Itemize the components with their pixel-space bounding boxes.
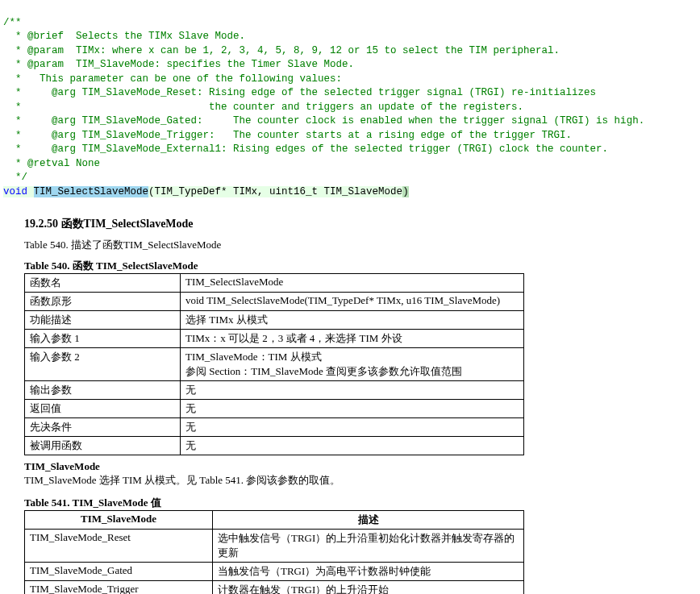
slave-mode-heading: TIM_SlaveMode [24, 460, 676, 473]
table-row: 功能描述选择 TIMx 从模式 [25, 311, 524, 330]
table-cell-key: 输出参数 [25, 381, 181, 400]
table540: 函数名TIM_SelectSlaveMode函数原形void TIM_Selec… [24, 273, 524, 455]
table-cell-value: TIMx：x 可以是 2，3 或者 4，来选择 TIM 外设 [181, 330, 524, 348]
table-row: 被调用函数无 [25, 437, 524, 455]
table-cell-value: 无 [181, 400, 524, 418]
table540-caption: Table 540. 函数 TIM_SelectSlaveMode [24, 259, 676, 273]
function-name: TIM_SelectSlaveMode [34, 186, 149, 197]
table-row: TIM_SlaveMode_Reset选中触发信号（TRGI）的上升沿重初始化计… [25, 530, 524, 563]
code-line: * @arg TIM_SlaveMode_Reset: Rising edge … [3, 87, 596, 98]
code-line: * @param TIM_SlaveMode: specifies the Ti… [3, 59, 354, 70]
code-line: * @retval None [3, 158, 100, 169]
table-cell-value: TIM_SelectSlaveMode [181, 274, 524, 293]
table-cell-key: 功能描述 [25, 311, 181, 330]
paren-close: ) [402, 186, 409, 197]
table-row: 输入参数 2TIM_SlaveMode：TIM 从模式 参阅 Section：T… [25, 348, 524, 381]
code-line: * @arg TIM_SlaveMode_Gated: The counter … [3, 115, 644, 127]
table-cell-value: 无 [181, 381, 524, 400]
table-cell-value: TIM_SlaveMode：TIM 从模式 参阅 Section：TIM_Sla… [181, 348, 524, 381]
code-line: * This parameter can be one of the follo… [3, 73, 342, 85]
table-cell-value: 无 [181, 437, 524, 455]
code-line: * the counter and triggers an update of … [3, 102, 523, 113]
table541-header-col2: 描述 [213, 511, 524, 530]
table-row: 函数原形void TIM_SelectSlaveMode(TIM_TypeDef… [25, 293, 524, 311]
table-cell-value: 当触发信号（TRGI）为高电平计数器时钟使能 [213, 563, 524, 581]
table-cell-value: 计数器在触发（TRGI）的上升沿开始 [213, 581, 524, 595]
table-row: 先决条件无 [25, 418, 524, 437]
table-cell-key: TIM_SlaveMode_Gated [25, 563, 213, 581]
code-line: /** [3, 17, 22, 28]
table-row: 函数名TIM_SelectSlaveMode [25, 274, 524, 293]
keyword-void: void [3, 186, 34, 197]
function-args: TIM_TypeDef* TIMx, uint16_t TIM_SlaveMod… [155, 186, 403, 197]
code-line: * @brief Selects the TIMx Slave Mode. [3, 31, 245, 42]
table-cell-key: 输入参数 1 [25, 330, 181, 348]
paren-open: ( [148, 186, 155, 197]
code-line: * @arg TIM_SlaveMode_External1: Rising e… [3, 143, 608, 155]
table-cell-key: 函数原形 [25, 293, 181, 311]
table-cell-value: void TIM_SelectSlaveMode(TIM_TypeDef* TI… [181, 293, 524, 311]
table-row: 输入参数 1TIMx：x 可以是 2，3 或者 4，来选择 TIM 外设 [25, 330, 524, 348]
table-row: 输出参数无 [25, 381, 524, 400]
table-cell-key: 被调用函数 [25, 437, 181, 455]
code-comment-block: /** * @brief Selects the TIMx Slave Mode… [0, 0, 700, 201]
table-cell-key: TIM_SlaveMode_Trigger [25, 581, 213, 595]
table-cell-key: 先决条件 [25, 418, 181, 437]
table-cell-key: 输入参数 2 [25, 348, 181, 381]
table-cell-value: 无 [181, 418, 524, 437]
code-line: * @arg TIM_SlaveMode_Trigger: The counte… [3, 130, 572, 141]
table-cell-value: 选中触发信号（TRGI）的上升沿重初始化计数器并触发寄存器的更新 [213, 530, 524, 563]
table541-header-col1: TIM_SlaveMode [25, 511, 213, 530]
table-row: 返回值无 [25, 400, 524, 418]
table541-caption: Table 541. TIM_SlaveMode 值 [24, 496, 676, 510]
table-cell-key: 返回值 [25, 400, 181, 418]
table-cell-value: 选择 TIMx 从模式 [181, 311, 524, 330]
table-row: TIM_SlaveMode_Trigger计数器在触发（TRGI）的上升沿开始 [25, 581, 524, 595]
table-cell-key: 函数名 [25, 274, 181, 293]
code-signature-line: void TIM_SelectSlaveMode(TIM_TypeDef* TI… [3, 186, 409, 197]
table-row: TIM_SlaveMode_Gated当触发信号（TRGI）为高电平计数器时钟使… [25, 563, 524, 581]
table540-intro: Table 540. 描述了函数TIM_SelectSlaveMode [24, 238, 676, 252]
doc-body: 19.2.50 函数TIM_SelectSlaveMode Table 540.… [0, 201, 700, 594]
slave-mode-desc: TIM_SlaveMode 选择 TIM 从模式。见 Table 541. 参阅… [24, 473, 676, 488]
code-line: * @param TIMx: where x can be 1, 2, 3, 4… [3, 45, 560, 56]
table541: TIM_SlaveMode 描述 TIM_SlaveMode_Reset选中触发… [24, 510, 524, 594]
table-cell-key: TIM_SlaveMode_Reset [25, 530, 213, 563]
section-title: 19.2.50 函数TIM_SelectSlaveMode [24, 217, 676, 231]
code-line: */ [3, 172, 27, 183]
